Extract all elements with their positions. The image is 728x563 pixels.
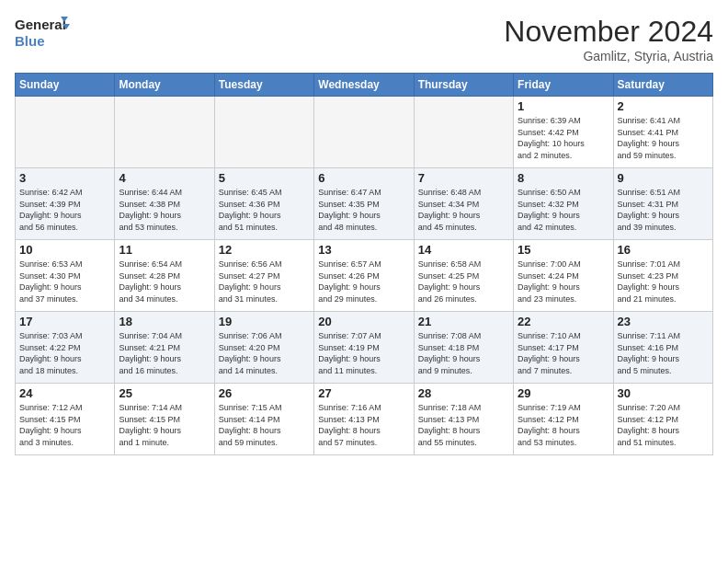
calendar-cell: 11Sunrise: 6:54 AM Sunset: 4:28 PM Dayli… xyxy=(115,240,214,312)
calendar-cell: 17Sunrise: 7:03 AM Sunset: 4:22 PM Dayli… xyxy=(16,312,115,384)
day-info: Sunrise: 6:58 AM Sunset: 4:25 PM Dayligh… xyxy=(418,259,509,304)
day-number: 5 xyxy=(219,171,310,185)
day-info: Sunrise: 7:06 AM Sunset: 4:20 PM Dayligh… xyxy=(219,330,310,376)
calendar-cell: 21Sunrise: 7:08 AM Sunset: 4:18 PM Dayli… xyxy=(414,312,513,384)
th-friday: Friday xyxy=(514,74,613,97)
day-number: 21 xyxy=(418,315,509,328)
calendar-cell: 2Sunrise: 6:41 AM Sunset: 4:41 PM Daylig… xyxy=(613,97,712,168)
day-number: 4 xyxy=(119,171,210,185)
day-info: Sunrise: 6:50 AM Sunset: 4:32 PM Dayligh… xyxy=(518,187,609,233)
day-info: Sunrise: 6:41 AM Sunset: 4:41 PM Dayligh… xyxy=(618,115,709,161)
calendar-cell: 7Sunrise: 6:48 AM Sunset: 4:34 PM Daylig… xyxy=(414,168,513,240)
day-number: 8 xyxy=(518,171,609,185)
calendar-cell: 27Sunrise: 7:16 AM Sunset: 4:13 PM Dayli… xyxy=(314,384,414,455)
th-sunday: Sunday xyxy=(16,74,115,97)
logo: General Blue xyxy=(15,15,70,50)
calendar-cell: 9Sunrise: 6:51 AM Sunset: 4:31 PM Daylig… xyxy=(613,168,712,240)
day-info: Sunrise: 6:48 AM Sunset: 4:34 PM Dayligh… xyxy=(418,187,509,233)
day-number: 12 xyxy=(219,243,310,257)
day-info: Sunrise: 7:11 AM Sunset: 4:16 PM Dayligh… xyxy=(618,330,709,376)
day-info: Sunrise: 6:44 AM Sunset: 4:38 PM Dayligh… xyxy=(119,187,210,233)
day-info: Sunrise: 6:45 AM Sunset: 4:36 PM Dayligh… xyxy=(219,187,310,233)
day-info: Sunrise: 7:18 AM Sunset: 4:13 PM Dayligh… xyxy=(418,402,509,448)
week-row-1: 3Sunrise: 6:42 AM Sunset: 4:39 PM Daylig… xyxy=(16,168,713,240)
week-row-3: 17Sunrise: 7:03 AM Sunset: 4:22 PM Dayli… xyxy=(16,312,713,384)
th-tuesday: Tuesday xyxy=(214,74,313,97)
calendar-table: Sunday Monday Tuesday Wednesday Thursday… xyxy=(15,73,713,455)
svg-text:General: General xyxy=(15,17,66,32)
day-info: Sunrise: 6:54 AM Sunset: 4:28 PM Dayligh… xyxy=(119,259,210,304)
day-number: 16 xyxy=(618,243,709,257)
header: General Blue November 2024 Gamlitz, Styr… xyxy=(15,15,713,63)
calendar-cell: 22Sunrise: 7:10 AM Sunset: 4:17 PM Dayli… xyxy=(514,312,613,384)
day-number: 28 xyxy=(418,386,509,400)
calendar-cell: 14Sunrise: 6:58 AM Sunset: 4:25 PM Dayli… xyxy=(414,240,513,312)
calendar-cell: 6Sunrise: 6:47 AM Sunset: 4:35 PM Daylig… xyxy=(314,168,414,240)
day-number: 18 xyxy=(119,315,210,328)
day-number: 30 xyxy=(618,386,709,400)
day-info: Sunrise: 7:10 AM Sunset: 4:17 PM Dayligh… xyxy=(518,330,609,376)
day-number: 11 xyxy=(119,243,210,257)
calendar-cell xyxy=(214,97,313,168)
calendar-cell: 1Sunrise: 6:39 AM Sunset: 4:42 PM Daylig… xyxy=(514,97,613,168)
day-info: Sunrise: 7:00 AM Sunset: 4:24 PM Dayligh… xyxy=(518,259,609,304)
calendar-cell: 15Sunrise: 7:00 AM Sunset: 4:24 PM Dayli… xyxy=(514,240,613,312)
day-number: 1 xyxy=(518,99,609,113)
calendar-cell: 18Sunrise: 7:04 AM Sunset: 4:21 PM Dayli… xyxy=(115,312,214,384)
calendar-cell: 20Sunrise: 7:07 AM Sunset: 4:19 PM Dayli… xyxy=(314,312,414,384)
calendar-cell: 24Sunrise: 7:12 AM Sunset: 4:15 PM Dayli… xyxy=(16,384,115,455)
day-info: Sunrise: 7:16 AM Sunset: 4:13 PM Dayligh… xyxy=(318,402,409,448)
day-info: Sunrise: 7:03 AM Sunset: 4:22 PM Dayligh… xyxy=(19,330,110,376)
week-row-2: 10Sunrise: 6:53 AM Sunset: 4:30 PM Dayli… xyxy=(16,240,713,312)
day-number: 6 xyxy=(318,171,409,185)
month-title: November 2024 xyxy=(504,15,713,49)
day-number: 3 xyxy=(19,171,110,185)
day-info: Sunrise: 6:42 AM Sunset: 4:39 PM Dayligh… xyxy=(19,187,110,233)
day-number: 14 xyxy=(418,243,509,257)
day-number: 26 xyxy=(219,386,310,400)
day-number: 29 xyxy=(518,386,609,400)
day-number: 23 xyxy=(618,315,709,328)
calendar-cell: 13Sunrise: 6:57 AM Sunset: 4:26 PM Dayli… xyxy=(314,240,414,312)
day-info: Sunrise: 7:20 AM Sunset: 4:12 PM Dayligh… xyxy=(618,402,709,448)
week-row-0: 1Sunrise: 6:39 AM Sunset: 4:42 PM Daylig… xyxy=(16,97,713,168)
calendar-cell xyxy=(314,97,414,168)
th-wednesday: Wednesday xyxy=(314,74,414,97)
day-number: 25 xyxy=(119,386,210,400)
day-info: Sunrise: 7:08 AM Sunset: 4:18 PM Dayligh… xyxy=(418,330,509,376)
calendar-cell xyxy=(115,97,214,168)
day-number: 27 xyxy=(318,386,409,400)
header-row: Sunday Monday Tuesday Wednesday Thursday… xyxy=(16,74,713,97)
calendar-cell: 10Sunrise: 6:53 AM Sunset: 4:30 PM Dayli… xyxy=(16,240,115,312)
day-number: 9 xyxy=(618,171,709,185)
calendar-cell: 23Sunrise: 7:11 AM Sunset: 4:16 PM Dayli… xyxy=(613,312,712,384)
day-info: Sunrise: 7:12 AM Sunset: 4:15 PM Dayligh… xyxy=(19,402,110,448)
calendar-cell: 25Sunrise: 7:14 AM Sunset: 4:15 PM Dayli… xyxy=(115,384,214,455)
day-info: Sunrise: 7:15 AM Sunset: 4:14 PM Dayligh… xyxy=(219,402,310,448)
day-info: Sunrise: 6:56 AM Sunset: 4:27 PM Dayligh… xyxy=(219,259,310,304)
day-info: Sunrise: 6:47 AM Sunset: 4:35 PM Dayligh… xyxy=(318,187,409,233)
day-info: Sunrise: 7:14 AM Sunset: 4:15 PM Dayligh… xyxy=(119,402,210,448)
calendar-cell: 8Sunrise: 6:50 AM Sunset: 4:32 PM Daylig… xyxy=(514,168,613,240)
day-number: 22 xyxy=(518,315,609,328)
day-number: 17 xyxy=(19,315,110,328)
day-info: Sunrise: 7:19 AM Sunset: 4:12 PM Dayligh… xyxy=(518,402,609,448)
svg-text:Blue: Blue xyxy=(15,33,45,49)
calendar-cell xyxy=(414,97,513,168)
calendar-cell: 3Sunrise: 6:42 AM Sunset: 4:39 PM Daylig… xyxy=(16,168,115,240)
day-number: 7 xyxy=(418,171,509,185)
day-number: 20 xyxy=(318,315,409,328)
calendar-cell: 12Sunrise: 6:56 AM Sunset: 4:27 PM Dayli… xyxy=(214,240,313,312)
day-info: Sunrise: 7:04 AM Sunset: 4:21 PM Dayligh… xyxy=(119,330,210,376)
calendar-cell: 29Sunrise: 7:19 AM Sunset: 4:12 PM Dayli… xyxy=(514,384,613,455)
calendar-cell: 30Sunrise: 7:20 AM Sunset: 4:12 PM Dayli… xyxy=(613,384,712,455)
th-monday: Monday xyxy=(115,74,214,97)
page: General Blue November 2024 Gamlitz, Styr… xyxy=(0,0,728,563)
day-info: Sunrise: 6:57 AM Sunset: 4:26 PM Dayligh… xyxy=(318,259,409,304)
calendar-cell: 5Sunrise: 6:45 AM Sunset: 4:36 PM Daylig… xyxy=(214,168,313,240)
day-number: 2 xyxy=(618,99,709,113)
location: Gamlitz, Styria, Austria xyxy=(504,49,713,63)
calendar-cell: 28Sunrise: 7:18 AM Sunset: 4:13 PM Dayli… xyxy=(414,384,513,455)
day-info: Sunrise: 7:07 AM Sunset: 4:19 PM Dayligh… xyxy=(318,330,409,376)
th-thursday: Thursday xyxy=(414,74,513,97)
